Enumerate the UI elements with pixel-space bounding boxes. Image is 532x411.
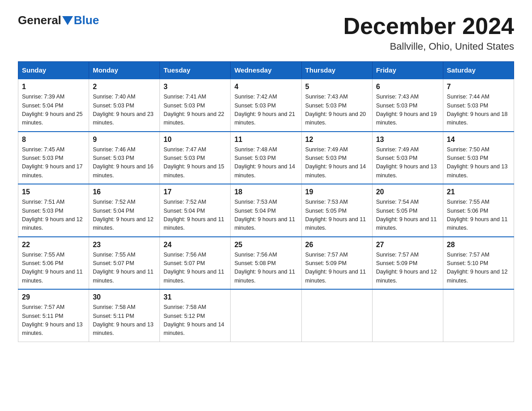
- calendar-subtitle: Ballville, Ohio, United States: [343, 41, 514, 52]
- day-cell-23: 23Sunrise: 7:55 AMSunset: 5:07 PMDayligh…: [89, 237, 160, 290]
- day-cell-3: 3Sunrise: 7:41 AMSunset: 5:03 PMDaylight…: [160, 79, 231, 132]
- day-info: Sunrise: 7:50 AMSunset: 5:03 PMDaylight:…: [447, 146, 510, 180]
- day-info: Sunrise: 7:48 AMSunset: 5:03 PMDaylight:…: [234, 146, 297, 180]
- day-number: 27: [376, 241, 439, 249]
- day-info: Sunrise: 7:57 AMSunset: 5:09 PMDaylight:…: [305, 251, 369, 286]
- day-cell-30: 30Sunrise: 7:58 AMSunset: 5:11 PMDayligh…: [89, 289, 160, 342]
- weekday-header-saturday: Saturday: [443, 62, 514, 79]
- day-cell-27: 27Sunrise: 7:57 AMSunset: 5:09 PMDayligh…: [372, 237, 443, 290]
- day-number: 5: [305, 83, 369, 91]
- day-number: 29: [22, 293, 85, 301]
- empty-cell: [231, 289, 301, 342]
- day-info: Sunrise: 7:45 AMSunset: 5:03 PMDaylight:…: [22, 146, 85, 180]
- day-number: 22: [22, 241, 85, 249]
- weekday-header-friday: Friday: [372, 62, 443, 79]
- day-cell-26: 26Sunrise: 7:57 AMSunset: 5:09 PMDayligh…: [301, 237, 372, 290]
- day-number: 2: [93, 83, 156, 91]
- day-cell-5: 5Sunrise: 7:43 AMSunset: 5:03 PMDaylight…: [301, 79, 372, 132]
- day-number: 14: [447, 136, 510, 144]
- weekday-header-row: SundayMondayTuesdayWednesdayThursdayFrid…: [18, 62, 514, 79]
- day-cell-22: 22Sunrise: 7:55 AMSunset: 5:06 PMDayligh…: [18, 237, 89, 290]
- day-number: 17: [163, 188, 227, 196]
- day-number: 21: [447, 188, 510, 196]
- day-number: 7: [447, 83, 510, 91]
- header: General Blue December 2024 Ballville, Oh…: [18, 13, 514, 52]
- day-info: Sunrise: 7:56 AMSunset: 5:07 PMDaylight:…: [163, 251, 227, 286]
- empty-cell: [301, 289, 372, 342]
- day-info: Sunrise: 7:39 AMSunset: 5:04 PMDaylight:…: [22, 93, 85, 128]
- weekday-header-tuesday: Tuesday: [160, 62, 231, 79]
- day-number: 31: [163, 293, 227, 301]
- empty-cell: [443, 289, 514, 342]
- day-cell-20: 20Sunrise: 7:54 AMSunset: 5:05 PMDayligh…: [372, 184, 443, 237]
- day-info: Sunrise: 7:53 AMSunset: 5:04 PMDaylight:…: [234, 198, 297, 233]
- day-cell-4: 4Sunrise: 7:42 AMSunset: 5:03 PMDaylight…: [231, 79, 301, 132]
- day-info: Sunrise: 7:58 AMSunset: 5:12 PMDaylight:…: [163, 303, 227, 338]
- day-number: 1: [22, 83, 85, 91]
- day-number: 8: [22, 136, 85, 144]
- weekday-header-thursday: Thursday: [301, 62, 372, 79]
- day-number: 13: [376, 136, 439, 144]
- day-info: Sunrise: 7:44 AMSunset: 5:03 PMDaylight:…: [447, 93, 510, 128]
- day-cell-6: 6Sunrise: 7:43 AMSunset: 5:03 PMDaylight…: [372, 79, 443, 132]
- day-number: 11: [234, 136, 297, 144]
- day-info: Sunrise: 7:53 AMSunset: 5:05 PMDaylight:…: [305, 198, 369, 233]
- day-cell-1: 1Sunrise: 7:39 AMSunset: 5:04 PMDaylight…: [18, 79, 89, 132]
- day-number: 3: [163, 83, 227, 91]
- day-cell-18: 18Sunrise: 7:53 AMSunset: 5:04 PMDayligh…: [231, 184, 301, 237]
- week-row-4: 22Sunrise: 7:55 AMSunset: 5:06 PMDayligh…: [18, 237, 514, 290]
- day-info: Sunrise: 7:47 AMSunset: 5:03 PMDaylight:…: [163, 146, 227, 180]
- day-number: 15: [22, 188, 85, 196]
- day-cell-12: 12Sunrise: 7:49 AMSunset: 5:03 PMDayligh…: [301, 132, 372, 184]
- day-cell-17: 17Sunrise: 7:52 AMSunset: 5:04 PMDayligh…: [160, 184, 231, 237]
- day-cell-24: 24Sunrise: 7:56 AMSunset: 5:07 PMDayligh…: [160, 237, 231, 290]
- day-cell-29: 29Sunrise: 7:57 AMSunset: 5:11 PMDayligh…: [18, 289, 89, 342]
- day-info: Sunrise: 7:57 AMSunset: 5:09 PMDaylight:…: [376, 251, 439, 286]
- day-number: 30: [93, 293, 156, 301]
- day-number: 6: [376, 83, 439, 91]
- day-cell-25: 25Sunrise: 7:56 AMSunset: 5:08 PMDayligh…: [231, 237, 301, 290]
- day-info: Sunrise: 7:41 AMSunset: 5:03 PMDaylight:…: [163, 93, 227, 128]
- day-number: 18: [234, 188, 297, 196]
- day-number: 4: [234, 83, 297, 91]
- day-cell-31: 31Sunrise: 7:58 AMSunset: 5:12 PMDayligh…: [160, 289, 231, 342]
- week-row-5: 29Sunrise: 7:57 AMSunset: 5:11 PMDayligh…: [18, 289, 514, 342]
- calendar-table: SundayMondayTuesdayWednesdayThursdayFrid…: [18, 61, 514, 342]
- day-number: 26: [305, 241, 369, 249]
- day-number: 10: [163, 136, 227, 144]
- day-info: Sunrise: 7:46 AMSunset: 5:03 PMDaylight:…: [93, 146, 156, 180]
- day-info: Sunrise: 7:55 AMSunset: 5:07 PMDaylight:…: [93, 251, 156, 286]
- day-cell-19: 19Sunrise: 7:53 AMSunset: 5:05 PMDayligh…: [301, 184, 372, 237]
- day-cell-7: 7Sunrise: 7:44 AMSunset: 5:03 PMDaylight…: [443, 79, 514, 132]
- day-cell-28: 28Sunrise: 7:57 AMSunset: 5:10 PMDayligh…: [443, 237, 514, 290]
- day-info: Sunrise: 7:42 AMSunset: 5:03 PMDaylight:…: [234, 93, 297, 128]
- weekday-header-sunday: Sunday: [18, 62, 89, 79]
- day-info: Sunrise: 7:55 AMSunset: 5:06 PMDaylight:…: [447, 198, 510, 233]
- day-cell-16: 16Sunrise: 7:52 AMSunset: 5:04 PMDayligh…: [89, 184, 160, 237]
- day-cell-21: 21Sunrise: 7:55 AMSunset: 5:06 PMDayligh…: [443, 184, 514, 237]
- day-info: Sunrise: 7:58 AMSunset: 5:11 PMDaylight:…: [93, 303, 156, 338]
- day-cell-11: 11Sunrise: 7:48 AMSunset: 5:03 PMDayligh…: [231, 132, 301, 184]
- day-number: 28: [447, 241, 510, 249]
- day-info: Sunrise: 7:43 AMSunset: 5:03 PMDaylight:…: [376, 93, 439, 128]
- day-info: Sunrise: 7:52 AMSunset: 5:04 PMDaylight:…: [93, 198, 156, 233]
- day-number: 24: [163, 241, 227, 249]
- day-number: 20: [376, 188, 439, 196]
- day-cell-15: 15Sunrise: 7:51 AMSunset: 5:03 PMDayligh…: [18, 184, 89, 237]
- logo: General Blue: [18, 13, 99, 27]
- week-row-1: 1Sunrise: 7:39 AMSunset: 5:04 PMDaylight…: [18, 79, 514, 132]
- day-info: Sunrise: 7:43 AMSunset: 5:03 PMDaylight:…: [305, 93, 369, 128]
- day-number: 19: [305, 188, 369, 196]
- day-info: Sunrise: 7:56 AMSunset: 5:08 PMDaylight:…: [234, 251, 297, 286]
- day-info: Sunrise: 7:52 AMSunset: 5:04 PMDaylight:…: [163, 198, 227, 233]
- weekday-header-monday: Monday: [89, 62, 160, 79]
- calendar-title: December 2024: [343, 13, 514, 39]
- day-info: Sunrise: 7:40 AMSunset: 5:03 PMDaylight:…: [93, 93, 156, 128]
- week-row-2: 8Sunrise: 7:45 AMSunset: 5:03 PMDaylight…: [18, 132, 514, 184]
- title-area: December 2024 Ballville, Ohio, United St…: [343, 13, 514, 52]
- day-info: Sunrise: 7:57 AMSunset: 5:11 PMDaylight:…: [22, 303, 85, 338]
- day-number: 23: [93, 241, 156, 249]
- day-info: Sunrise: 7:57 AMSunset: 5:10 PMDaylight:…: [447, 251, 510, 286]
- day-number: 9: [93, 136, 156, 144]
- logo-triangle-icon: [62, 16, 73, 25]
